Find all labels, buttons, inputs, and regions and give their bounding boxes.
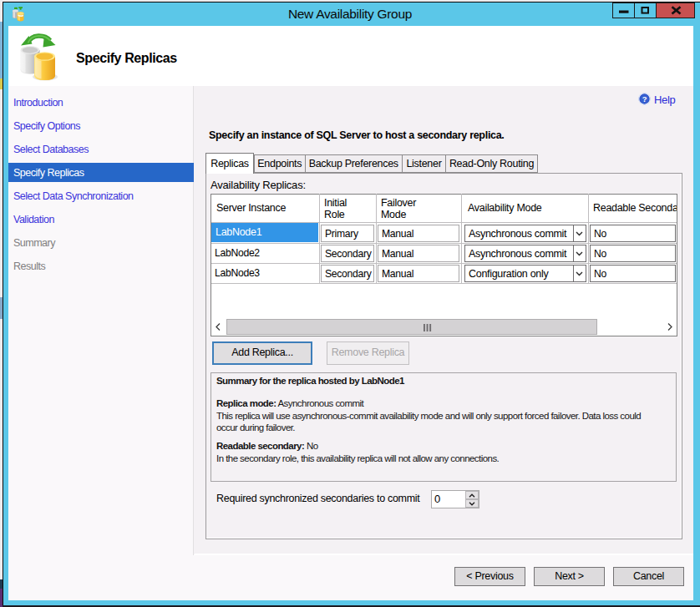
svg-text:?: ?	[642, 94, 647, 104]
